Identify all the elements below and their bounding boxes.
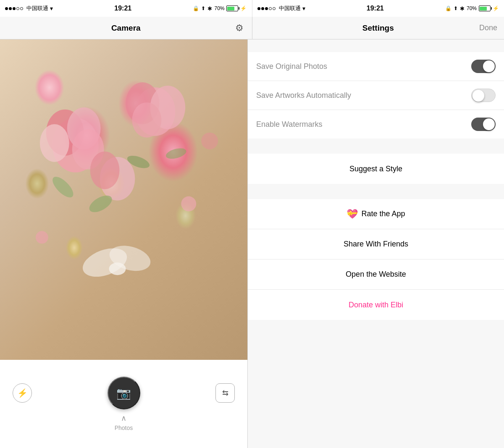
actions-section: 💝 Rate the App Share With Friends Open t…	[248, 199, 504, 320]
wifi-icon-right: ▾	[302, 5, 305, 12]
donate-elbi-label: Donate with Elbi	[349, 301, 403, 309]
gap-2	[248, 184, 504, 199]
shutter-icon: 📷	[116, 386, 131, 400]
bottom-spacer	[248, 320, 504, 333]
svg-point-10	[90, 152, 120, 189]
battery-right	[479, 5, 491, 11]
toggle-knob-1	[483, 60, 495, 72]
lock-icon-right: 🔒	[445, 5, 452, 11]
open-website-row[interactable]: Open the Website	[248, 259, 504, 290]
enable-watermarks-row: Enable Watermarks	[248, 110, 504, 139]
settings-title: Settings	[362, 24, 394, 33]
enable-watermarks-label: Enable Watermarks	[256, 120, 322, 129]
enable-watermarks-toggle[interactable]	[471, 118, 496, 131]
top-spacer	[248, 39, 504, 52]
gap-1	[248, 139, 504, 154]
dot3	[13, 7, 16, 10]
rate-app-label: Rate the App	[361, 210, 405, 218]
floral-overlay	[0, 39, 247, 360]
save-original-photos-row: Save Original Photos	[248, 52, 504, 81]
battery-fill-right	[480, 7, 487, 10]
charging-icon-left: ⚡	[240, 5, 247, 11]
camera-title: Camera	[111, 24, 141, 33]
share-friends-row[interactable]: Share With Friends	[248, 229, 504, 259]
dot2	[9, 7, 12, 10]
save-original-photos-label: Save Original Photos	[256, 62, 327, 71]
time-left: 19:21	[114, 5, 131, 12]
dot4	[16, 7, 19, 10]
svg-point-18	[181, 196, 196, 212]
svg-point-17	[109, 262, 126, 275]
gear-icon[interactable]: ⚙	[235, 23, 244, 34]
shutter-button[interactable]: 📷	[108, 377, 140, 409]
rate-app-icon: 💝	[346, 209, 358, 220]
save-artworks-toggle[interactable]	[471, 89, 496, 102]
flip-icon: ⇆	[222, 388, 228, 398]
carrier-left: 中国联通	[26, 5, 48, 12]
camera-controls: ⚡ 📷 ⇆ ∧ Photos	[0, 360, 247, 448]
rdot5	[273, 7, 276, 10]
rdot3	[265, 7, 268, 10]
svg-point-3	[40, 124, 69, 162]
donate-elbi-row[interactable]: Donate with Elbi	[248, 290, 504, 320]
rate-app-row[interactable]: 💝 Rate the App	[248, 199, 504, 229]
status-bars: 中国联通 ▾ 19:21 🔒 ⬆ ✱ 70% ⚡	[0, 0, 504, 17]
photos-button[interactable]: ∧ Photos	[115, 414, 133, 431]
right-icons-right: 🔒 ⬆ ✱ 70% ⚡	[445, 5, 499, 12]
location-icon-right: ⬆	[454, 5, 458, 11]
battery-left	[226, 5, 238, 11]
suggest-style-label: Suggest a Style	[349, 165, 402, 173]
rdot4	[269, 7, 272, 10]
location-icon-left: ⬆	[201, 5, 205, 11]
svg-point-14	[165, 147, 187, 161]
carrier-right: 中国联通	[279, 5, 301, 12]
dot1	[5, 7, 8, 10]
signal-dots-left	[5, 7, 23, 10]
bluetooth-icon-right: ✱	[460, 5, 465, 12]
rdot1	[257, 7, 260, 10]
battery-fill-left	[227, 7, 234, 10]
content-area: ⚡ 📷 ⇆ ∧ Photos Save Original Photos	[0, 39, 504, 448]
suggest-style-section: Suggest a Style	[248, 154, 504, 184]
open-website-label: Open the Website	[346, 270, 406, 279]
time-right: 19:21	[367, 5, 384, 12]
nav-bars: Camera ⚙ Settings Done	[0, 17, 504, 39]
save-original-photos-toggle[interactable]	[471, 60, 496, 73]
save-artworks-row: Save Artworks Automatically	[248, 81, 504, 110]
right-icons-left: 🔒 ⬆ ✱ 70% ⚡	[193, 5, 247, 12]
signal-dots-right	[257, 7, 276, 10]
wifi-icon-left: ▾	[50, 5, 53, 12]
battery-icon-left	[226, 5, 238, 11]
battery-percent-right: 70%	[467, 5, 477, 11]
photos-chevron-icon: ∧	[121, 414, 126, 423]
flip-camera-button[interactable]: ⇆	[215, 383, 235, 403]
suggest-style-row[interactable]: Suggest a Style	[248, 154, 504, 184]
svg-point-8	[132, 102, 161, 138]
settings-panel: Save Original Photos Save Artworks Autom…	[248, 39, 504, 448]
camera-viewfinder	[0, 39, 247, 360]
done-button[interactable]: Done	[479, 24, 497, 32]
camera-panel: ⚡ 📷 ⇆ ∧ Photos	[0, 39, 248, 448]
flash-icon: ⚡	[17, 388, 28, 398]
photos-label: Photos	[115, 424, 133, 431]
svg-point-20	[201, 133, 218, 149]
bluetooth-icon-left: ✱	[207, 5, 212, 12]
toggle-knob-2	[472, 90, 484, 102]
camera-nav-bar: Camera ⚙	[0, 17, 252, 39]
right-status-bar: 中国联通 ▾ 19:21 🔒 ⬆ ✱ 70% ⚡	[252, 0, 504, 17]
dot5	[20, 7, 23, 10]
share-friends-label: Share With Friends	[344, 240, 408, 249]
svg-point-13	[49, 173, 76, 201]
left-status-bar: 中国联通 ▾ 19:21 🔒 ⬆ ✱ 70% ⚡	[0, 0, 252, 17]
charging-icon-right: ⚡	[493, 5, 499, 11]
right-signal-area: 中国联通 ▾	[257, 5, 305, 12]
camera-top-controls: ⚡ 📷 ⇆	[0, 377, 247, 409]
toggle-knob-3	[483, 118, 495, 130]
battery-percent-left: 70%	[214, 5, 224, 11]
flash-button[interactable]: ⚡	[13, 383, 32, 403]
svg-point-19	[36, 231, 48, 244]
settings-nav-bar: Settings Done	[252, 17, 504, 39]
rdot2	[261, 7, 264, 10]
left-signal-area: 中国联通 ▾	[5, 5, 53, 12]
camera-image	[0, 39, 247, 360]
